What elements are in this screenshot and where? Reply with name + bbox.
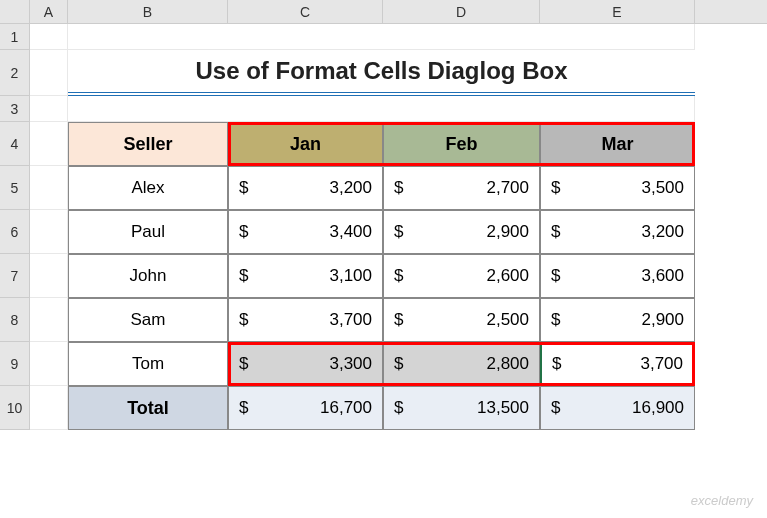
currency-symbol: $ bbox=[552, 354, 561, 374]
currency-symbol: $ bbox=[239, 354, 248, 374]
cell-value: 2,900 bbox=[641, 310, 684, 330]
col-header-A[interactable]: A bbox=[30, 0, 68, 23]
currency-symbol: $ bbox=[394, 266, 403, 286]
cell-value: 3,500 bbox=[641, 178, 684, 198]
currency-symbol: $ bbox=[551, 398, 560, 418]
currency-symbol: $ bbox=[551, 266, 560, 286]
currency-symbol: $ bbox=[239, 310, 248, 330]
cell-value: 13,500 bbox=[477, 398, 529, 418]
currency-symbol: $ bbox=[551, 310, 560, 330]
cell-value: 2,900 bbox=[486, 222, 529, 242]
col-header-B[interactable]: B bbox=[68, 0, 228, 23]
seller-name-3[interactable]: Sam bbox=[68, 298, 228, 342]
col-header-D[interactable]: D bbox=[383, 0, 540, 23]
cell-A1[interactable] bbox=[30, 24, 68, 50]
cell-B1[interactable] bbox=[68, 24, 695, 50]
cell-A6[interactable] bbox=[30, 210, 68, 254]
cell-A10[interactable] bbox=[30, 386, 68, 430]
cell-E5[interactable]: $3,500 bbox=[540, 166, 695, 210]
page-title[interactable]: Use of Format Cells Diaglog Box bbox=[68, 50, 695, 96]
cell-value: 3,700 bbox=[640, 354, 683, 374]
cell-D10[interactable]: $13,500 bbox=[383, 386, 540, 430]
seller-name-2[interactable]: John bbox=[68, 254, 228, 298]
row-header-5[interactable]: 5 bbox=[0, 166, 30, 210]
row-header-1[interactable]: 1 bbox=[0, 24, 30, 50]
currency-symbol: $ bbox=[239, 398, 248, 418]
currency-symbol: $ bbox=[551, 222, 560, 242]
cell-E10[interactable]: $16,900 bbox=[540, 386, 695, 430]
row-header-7[interactable]: 7 bbox=[0, 254, 30, 298]
cell-value: 16,900 bbox=[632, 398, 684, 418]
cell-value: 3,400 bbox=[329, 222, 372, 242]
cell-A9[interactable] bbox=[30, 342, 68, 386]
seller-name-0[interactable]: Alex bbox=[68, 166, 228, 210]
cell-value: 3,600 bbox=[641, 266, 684, 286]
cell-A8[interactable] bbox=[30, 298, 68, 342]
cell-C7[interactable]: $3,100 bbox=[228, 254, 383, 298]
cell-D7[interactable]: $2,600 bbox=[383, 254, 540, 298]
cell-A7[interactable] bbox=[30, 254, 68, 298]
currency-symbol: $ bbox=[394, 354, 403, 374]
cell-C5[interactable]: $3,200 bbox=[228, 166, 383, 210]
cell-value: 3,700 bbox=[329, 310, 372, 330]
cell-value: 16,700 bbox=[320, 398, 372, 418]
header-jan[interactable]: Jan bbox=[228, 122, 383, 166]
currency-symbol: $ bbox=[394, 178, 403, 198]
select-all-corner[interactable] bbox=[0, 0, 30, 23]
cell-E9-active[interactable]: $3,700 bbox=[540, 342, 695, 386]
cell-C6[interactable]: $3,400 bbox=[228, 210, 383, 254]
currency-symbol: $ bbox=[239, 266, 248, 286]
col-header-E[interactable]: E bbox=[540, 0, 695, 23]
row-header-8[interactable]: 8 bbox=[0, 298, 30, 342]
currency-symbol: $ bbox=[551, 178, 560, 198]
column-headers-row: A B C D E bbox=[0, 0, 767, 24]
currency-symbol: $ bbox=[239, 222, 248, 242]
cell-value: 3,200 bbox=[641, 222, 684, 242]
currency-symbol: $ bbox=[394, 310, 403, 330]
cell-A3[interactable] bbox=[30, 96, 68, 122]
cell-E6[interactable]: $3,200 bbox=[540, 210, 695, 254]
currency-symbol: $ bbox=[394, 222, 403, 242]
cell-value: 2,800 bbox=[486, 354, 529, 374]
cell-D8[interactable]: $2,500 bbox=[383, 298, 540, 342]
header-seller[interactable]: Seller bbox=[68, 122, 228, 166]
cell-value: 3,300 bbox=[329, 354, 372, 374]
cell-value: 2,600 bbox=[486, 266, 529, 286]
currency-symbol: $ bbox=[394, 398, 403, 418]
cell-C10[interactable]: $16,700 bbox=[228, 386, 383, 430]
cell-D5[interactable]: $2,700 bbox=[383, 166, 540, 210]
watermark: exceldemy bbox=[691, 493, 753, 508]
row-header-10[interactable]: 10 bbox=[0, 386, 30, 430]
cell-B3[interactable] bbox=[68, 96, 695, 122]
cell-A5[interactable] bbox=[30, 166, 68, 210]
spreadsheet: A B C D E 1 2 Use of Format Cells Diaglo… bbox=[0, 0, 767, 518]
row-header-9[interactable]: 9 bbox=[0, 342, 30, 386]
cell-D6[interactable]: $2,900 bbox=[383, 210, 540, 254]
cell-E7[interactable]: $3,600 bbox=[540, 254, 695, 298]
cell-value: 2,700 bbox=[486, 178, 529, 198]
cell-A2[interactable] bbox=[30, 50, 68, 96]
col-header-C[interactable]: C bbox=[228, 0, 383, 23]
cell-E8[interactable]: $2,900 bbox=[540, 298, 695, 342]
cell-A4[interactable] bbox=[30, 122, 68, 166]
total-label[interactable]: Total bbox=[68, 386, 228, 430]
cell-C8[interactable]: $3,700 bbox=[228, 298, 383, 342]
cell-D9[interactable]: $2,800 bbox=[383, 342, 540, 386]
cell-C9[interactable]: $3,300 bbox=[228, 342, 383, 386]
seller-name-1[interactable]: Paul bbox=[68, 210, 228, 254]
header-mar[interactable]: Mar bbox=[540, 122, 695, 166]
row-header-4[interactable]: 4 bbox=[0, 122, 30, 166]
row-header-2[interactable]: 2 bbox=[0, 50, 30, 96]
row-header-3[interactable]: 3 bbox=[0, 96, 30, 122]
row-header-6[interactable]: 6 bbox=[0, 210, 30, 254]
cell-value: 2,500 bbox=[486, 310, 529, 330]
seller-name-4[interactable]: Tom bbox=[68, 342, 228, 386]
cell-value: 3,100 bbox=[329, 266, 372, 286]
currency-symbol: $ bbox=[239, 178, 248, 198]
cell-value: 3,200 bbox=[329, 178, 372, 198]
header-feb[interactable]: Feb bbox=[383, 122, 540, 166]
